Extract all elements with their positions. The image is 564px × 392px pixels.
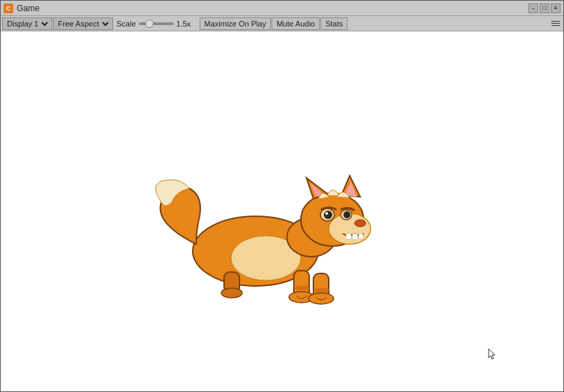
scale-label: Scale (117, 20, 136, 28)
maximize-button[interactable]: □ (540, 3, 549, 13)
svg-rect-24 (295, 286, 309, 290)
toolbar-menu-icon[interactable] (549, 17, 562, 30)
mouse-cursor (488, 348, 496, 361)
window-icon: C (3, 3, 13, 13)
svg-point-15 (325, 212, 328, 215)
menu-button[interactable]: ≡ (551, 3, 561, 13)
svg-rect-25 (315, 288, 329, 292)
scale-group: Scale 1.5x (114, 20, 199, 28)
menu-line-2 (551, 23, 560, 24)
svg-point-17 (343, 211, 350, 218)
fox-character (133, 167, 378, 307)
svg-point-21 (309, 293, 334, 304)
game-toolbar: Display 1 Display 2 Free Aspect 4:3 16:9… (1, 16, 563, 31)
svg-rect-11 (352, 234, 357, 239)
scale-value: 1.5x (177, 20, 196, 28)
window-icon-label: C (6, 5, 11, 12)
aspect-select-wrapper[interactable]: Free Aspect 4:3 16:9 16:10 (53, 17, 113, 30)
window-controls: – □ ≡ (528, 3, 561, 13)
svg-rect-10 (346, 234, 351, 239)
display-select-wrapper[interactable]: Display 1 Display 2 (2, 17, 52, 30)
stats-button[interactable]: Stats (320, 17, 348, 30)
scale-slider[interactable] (139, 22, 174, 25)
game-viewport (1, 31, 563, 391)
maximize-on-play-button[interactable]: Maximize On Play (200, 17, 272, 30)
fox-svg (133, 167, 378, 307)
unity-game-window: C Game – □ ≡ Display 1 Display 2 Free As… (0, 0, 564, 392)
svg-point-14 (324, 211, 332, 219)
window-title: Game (17, 3, 528, 13)
title-bar: C Game – □ ≡ (1, 1, 563, 16)
menu-line-1 (551, 21, 560, 22)
mute-audio-button[interactable]: Mute Audio (272, 17, 320, 30)
menu-line-3 (551, 25, 560, 26)
aspect-select[interactable]: Free Aspect 4:3 16:9 16:10 (55, 19, 111, 29)
svg-rect-12 (359, 234, 363, 239)
minimize-button[interactable]: – (528, 3, 538, 13)
svg-point-23 (221, 288, 242, 298)
display-select[interactable]: Display 1 Display 2 (4, 19, 50, 29)
svg-point-9 (355, 220, 366, 227)
